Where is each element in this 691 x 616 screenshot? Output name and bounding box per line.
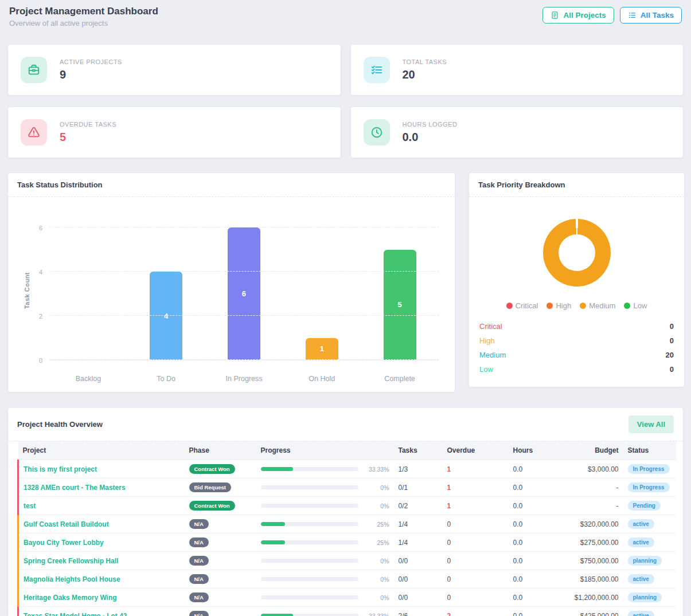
hours-cell: 0.0	[509, 588, 569, 607]
phase-badge: N/A	[189, 537, 209, 547]
budget-cell: -	[569, 478, 623, 497]
phase-badge: N/A	[189, 556, 209, 566]
x-label-to-do: To Do	[127, 375, 205, 383]
progress-bar: 0%	[261, 503, 389, 509]
progress-track	[261, 522, 358, 526]
project-link[interactable]: Heritage Oaks Memory Wing	[24, 594, 117, 602]
progress-fill	[261, 522, 286, 526]
project-link[interactable]: Spring Creek Fellowship Hall	[24, 557, 118, 565]
donut-chart-body: CriticalHighMediumLow Critical0High0Medi…	[469, 197, 684, 387]
tasks-cell: 1/3	[394, 460, 443, 478]
status-cell: Pending	[623, 497, 676, 515]
legend-dot-high	[546, 303, 553, 309]
stat-value-active-projects: 9	[60, 68, 122, 81]
bar-slot-on-hold: 1	[283, 220, 361, 360]
priority-label-medium: Medium	[479, 351, 506, 359]
bar-value-label: 5	[397, 300, 401, 309]
progress-percent: 0%	[363, 594, 389, 601]
table-row: testContract Won0%0/210.0-Pending	[18, 497, 676, 515]
tasks-cell: 0/0	[394, 570, 443, 588]
tasks-cell: 0/0	[394, 588, 443, 607]
hours-cell: 0.0	[509, 570, 569, 588]
legend-label-low: Low	[633, 301, 647, 310]
legend-item-critical[interactable]: Critical	[506, 301, 538, 310]
column-header-overdue: Overdue	[443, 441, 509, 460]
project-health-header: Project Health Overview View All	[8, 408, 683, 441]
donut-chart[interactable]	[543, 219, 611, 287]
progress-bar: 0%	[261, 484, 389, 491]
task-status-card: Task Status Distribution Task Count 0246…	[8, 173, 455, 392]
all-projects-button[interactable]: All Projects	[542, 7, 614, 23]
column-header-budget: Budget	[569, 441, 623, 460]
status-badge: Pending	[628, 501, 661, 511]
project-table: ProjectPhaseProgressTasksOverdueHoursBud…	[17, 441, 676, 616]
phase-badge: N/A	[189, 593, 209, 602]
phase-badge: Contract Won	[189, 501, 235, 511]
budget-cell: $425,000.00	[569, 607, 623, 616]
all-projects-label: All Projects	[563, 11, 606, 19]
task-status-card-header: Task Status Distribution	[8, 173, 455, 197]
status-badge: active	[628, 519, 654, 529]
y-tick-4: 4	[39, 269, 42, 276]
project-link[interactable]: 1328 AMEn court - The Masters	[24, 484, 126, 492]
page-subtitle: Overview of all active projects	[9, 19, 158, 28]
project-link[interactable]: test	[24, 502, 36, 510]
priority-count-critical: 0	[670, 322, 674, 331]
project-link[interactable]: Bayou City Tower Lobby	[24, 539, 104, 547]
column-header-phase: Phase	[185, 441, 256, 460]
overdue-cell: 0	[443, 570, 509, 588]
page-heading: Project Management Dashboard Overview of…	[9, 6, 158, 28]
table-row: Texas Star Model Home - Lot 42N/A33.33%2…	[18, 607, 676, 616]
legend-item-high[interactable]: High	[546, 301, 571, 310]
progress-percent: 0%	[363, 484, 389, 491]
progress-fill	[261, 614, 294, 616]
project-link[interactable]: Gulf Coast Retail Buildout	[24, 520, 109, 528]
task-priority-card: Task Priority Breakdown CriticalHighMedi…	[469, 173, 684, 387]
bar-slot-in-progress: 6	[205, 220, 283, 360]
project-link[interactable]: Texas Star Model Home - Lot 42	[24, 612, 127, 616]
stat-label-overdue-tasks: OVERDUE TASKS	[60, 121, 116, 128]
legend-label-high: High	[556, 301, 571, 310]
progress-track	[261, 614, 358, 616]
y-tick-2: 2	[39, 313, 42, 320]
progress-track	[261, 467, 358, 471]
project-link[interactable]: Magnolia Heights Pool House	[24, 575, 120, 583]
priority-count-medium: 20	[666, 351, 674, 359]
bar-in-progress[interactable]: 6	[228, 227, 260, 360]
bar-slot-to-do: 4	[127, 220, 205, 360]
x-label-in-progress: In Progress	[205, 375, 283, 383]
project-table-header-row: ProjectPhaseProgressTasksOverdueHoursBud…	[18, 441, 676, 460]
table-row: Heritage Oaks Memory WingN/A0%0/000.0$1,…	[18, 588, 676, 607]
legend-dot-medium	[580, 303, 586, 309]
briefcase-icon	[21, 57, 47, 83]
stat-value-overdue-tasks: 5	[60, 131, 116, 144]
view-all-button[interactable]: View All	[628, 415, 674, 433]
status-badge: active	[628, 574, 654, 584]
legend-dot-low	[624, 303, 630, 309]
progress-bar: 25%	[261, 539, 389, 546]
bar-value-label: 4	[164, 312, 168, 320]
bar-to-do[interactable]: 4	[150, 272, 182, 360]
status-cell: planning	[623, 552, 676, 570]
budget-cell: $320,000.00	[569, 515, 623, 533]
progress-bar: 0%	[261, 558, 389, 564]
progress-bar: 25%	[261, 521, 389, 528]
hours-cell: 0.0	[509, 607, 569, 616]
progress-track	[261, 595, 358, 599]
bar-on-hold[interactable]: 1	[306, 338, 338, 360]
status-badge: In Progress	[628, 464, 670, 474]
progress-track	[261, 540, 358, 544]
tasks-cell: 2/6	[394, 607, 443, 616]
legend-item-low[interactable]: Low	[624, 301, 647, 310]
legend-item-medium[interactable]: Medium	[580, 301, 615, 310]
priority-label-critical: Critical	[479, 322, 502, 331]
gridline-0	[49, 359, 439, 360]
priority-row-low: Low0	[478, 362, 675, 376]
tasks-cell: 1/4	[394, 515, 443, 533]
budget-cell: $750,000.00	[569, 552, 623, 570]
project-link[interactable]: This is my first project	[24, 465, 97, 473]
budget-cell: $1,200,000.00	[569, 588, 623, 607]
all-tasks-button[interactable]: All Tasks	[620, 7, 682, 23]
charts-row: Task Status Distribution Task Count 0246…	[8, 173, 683, 392]
bar-complete[interactable]: 5	[384, 250, 416, 360]
